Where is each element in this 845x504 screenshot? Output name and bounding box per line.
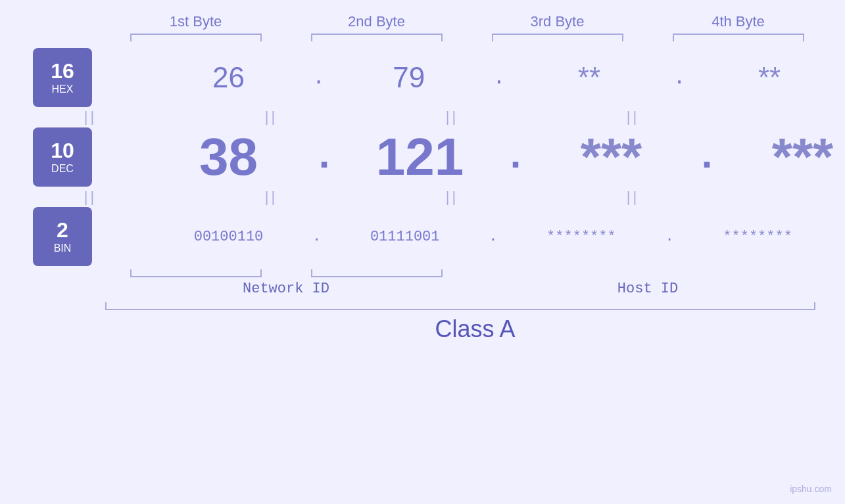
main-container: 1st Byte 2nd Byte 3rd Byte 4th Byte 16 H… [0, 0, 845, 504]
hex-cell-4: ** [679, 61, 845, 94]
bracket-cell-2 [286, 34, 467, 41]
equals-2-3: || [362, 189, 543, 206]
bracket-top-3 [492, 34, 623, 41]
hex-row: 16 HEX 26 . 79 . ** . ** [0, 48, 845, 107]
byte-header-2: 2nd Byte [286, 13, 467, 30]
equals-1-2: || [181, 108, 362, 126]
hex-base-number: 16 [51, 60, 74, 83]
bottom-bracket-1 [130, 269, 262, 277]
bin-cell-3: ******** [491, 229, 671, 245]
dec-base-number: 10 [51, 139, 74, 162]
bottom-bracket-cell-1 [105, 269, 286, 277]
dec-cell-3: *** [521, 127, 702, 187]
hex-cell-1: 26 [138, 61, 319, 94]
bin-base-number: 2 [57, 219, 68, 242]
bin-value-1: 00100110 [138, 229, 319, 245]
equals-2-2: || [181, 189, 362, 206]
bin-values-row: 00100110 . 01111001 . ******** . *******… [138, 229, 845, 245]
outer-bracket [105, 302, 815, 310]
equals-1-4: || [543, 108, 723, 126]
bin-cell-1: 00100110 [138, 229, 319, 245]
dec-badge: 10 DEC [33, 127, 92, 187]
equals-1-3: || [362, 108, 543, 126]
host-id-label: Host ID [467, 281, 829, 297]
id-labels-row: Network ID Host ID [105, 281, 845, 297]
equals-row-2: || || || || [0, 189, 845, 206]
byte-headers: 1st Byte 2nd Byte 3rd Byte 4th Byte [105, 13, 845, 30]
bracket-top-1 [130, 34, 262, 41]
outer-bracket-row [105, 302, 845, 310]
equals-2-1: || [0, 189, 181, 206]
bracket-cell-1 [105, 34, 286, 41]
dec-value-4: *** [712, 127, 845, 187]
equals-row-1: || || || || [0, 108, 845, 126]
dec-value-3: *** [521, 127, 702, 187]
dec-values-row: 38 . 121 . *** . *** [138, 127, 845, 187]
equals-1-1: || [0, 108, 181, 126]
hex-values-row: 26 . 79 . ** . ** [138, 61, 845, 94]
bracket-cell-3 [467, 34, 648, 41]
hex-value-4: ** [679, 61, 845, 94]
bin-value-2: 01111001 [314, 229, 495, 245]
hex-value-3: ** [498, 61, 679, 94]
hex-value-1: 26 [138, 61, 319, 94]
bottom-bracket-cell-2 [286, 269, 467, 277]
dec-base-label: DEC [51, 163, 74, 175]
byte-header-1: 1st Byte [105, 13, 286, 30]
hex-value-2: 79 [318, 61, 499, 94]
watermark: ipshu.com [790, 484, 832, 494]
bracket-cell-4 [648, 34, 829, 41]
dec-value-1: 38 [138, 127, 319, 187]
bin-badge: 2 BIN [33, 207, 92, 266]
bottom-bracket-2 [311, 269, 443, 277]
bottom-bracket-cell-3 [467, 269, 648, 277]
class-label: Class A [435, 315, 515, 342]
dec-cell-4: *** [712, 127, 845, 187]
hex-badge: 16 HEX [33, 48, 92, 107]
dec-cell-2: 121 [329, 127, 510, 187]
bin-cell-4: ******** [667, 229, 845, 245]
bin-value-3: ******** [491, 229, 671, 245]
dec-cell-1: 38 [138, 127, 319, 187]
byte-header-4: 4th Byte [648, 13, 829, 30]
bracket-top-4 [673, 34, 804, 41]
bin-base-label: BIN [54, 242, 72, 254]
dec-row: 10 DEC 38 . 121 . *** . *** [0, 127, 845, 187]
hex-cell-3: ** [498, 61, 679, 94]
network-id-label: Network ID [105, 281, 467, 297]
bottom-bracket-row [105, 269, 845, 277]
bracket-top-2 [311, 34, 443, 41]
equals-2-4: || [543, 189, 723, 206]
top-brackets [105, 34, 845, 41]
hex-cell-2: 79 [318, 61, 499, 94]
hex-base-label: HEX [52, 83, 74, 95]
bin-cell-2: 01111001 [314, 229, 495, 245]
bin-row: 2 BIN 00100110 . 01111001 . ******** . *… [0, 207, 845, 266]
class-label-row: Class A [105, 315, 845, 343]
dec-value-2: 121 [329, 127, 510, 187]
bin-value-4: ******** [667, 229, 845, 245]
byte-header-3: 3rd Byte [467, 13, 648, 30]
bottom-bracket-cell-4 [648, 269, 829, 277]
